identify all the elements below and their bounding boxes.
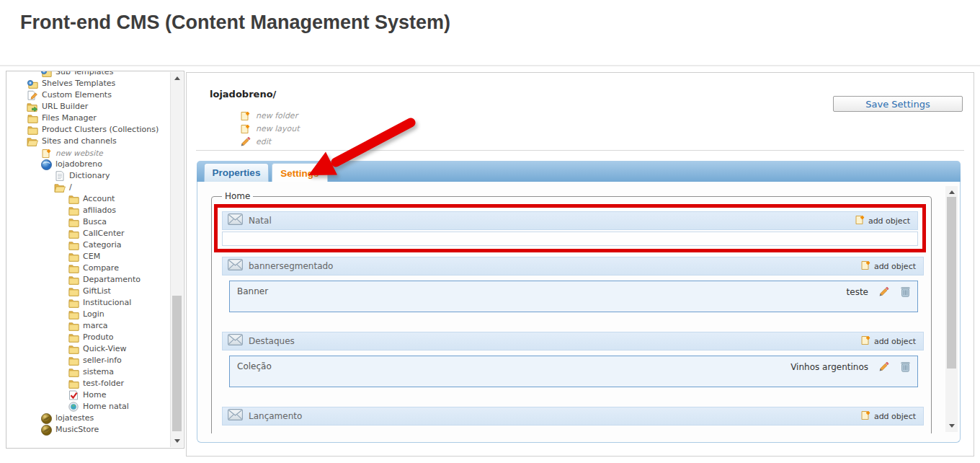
folder-icon xyxy=(68,356,79,366)
tree-item-musicstore[interactable]: MusicStore xyxy=(6,424,170,436)
action-label: new folder xyxy=(256,111,298,120)
tree-item-product-clusters-collections[interactable]: Product Clusters (Collections) xyxy=(6,124,170,136)
tree-item-label: Quick-View xyxy=(83,343,127,355)
tree-item-label: Departamento xyxy=(83,274,141,286)
sidebar-scrollbar[interactable] xyxy=(170,72,183,447)
tree-item-label: Institucional xyxy=(83,297,131,309)
add-object-button[interactable]: add object xyxy=(855,215,910,226)
tree-item-marca[interactable]: marca xyxy=(6,320,170,332)
tab-label: Settings xyxy=(280,168,318,179)
tree-item-shelves-templates[interactable]: Shelves Templates xyxy=(6,78,170,89)
tree-item-label: Product Clusters (Collections) xyxy=(42,124,159,136)
triangle-up-icon xyxy=(949,190,955,194)
action-new-folder[interactable]: new folder xyxy=(240,109,300,122)
tree-item-cem[interactable]: CEM xyxy=(6,251,170,263)
tree-item-afiliados[interactable]: afiliados xyxy=(6,205,170,216)
object-row-value: Vinhos argentinos xyxy=(790,362,868,372)
tree-item-test-folder[interactable]: test-folder xyxy=(6,378,170,389)
delete-trash-icon[interactable] xyxy=(901,361,910,375)
tree-item-url-builder[interactable]: URL Builder xyxy=(6,101,170,113)
page-icon xyxy=(54,171,66,181)
page-add-icon xyxy=(861,260,870,272)
tree-item-label: test-folder xyxy=(83,378,124,389)
tree-item-sites-and-channels[interactable]: Sites and channels xyxy=(6,136,170,147)
tree-item-produto[interactable]: Produto xyxy=(6,332,170,343)
action-new-layout[interactable]: new layout xyxy=(240,122,300,135)
tree-item-new-website[interactable]: new website xyxy=(6,147,170,159)
folder-icon xyxy=(68,309,79,319)
scroll-up-button[interactable] xyxy=(945,187,958,198)
edit-pencil-icon[interactable] xyxy=(878,361,889,375)
folder-icon xyxy=(68,332,79,343)
tree-item-quick-view[interactable]: Quick-View xyxy=(6,343,170,355)
tab-properties[interactable]: Properties xyxy=(204,163,269,182)
folder-open-icon xyxy=(27,136,38,146)
scroll-up-button[interactable] xyxy=(171,73,183,84)
tree-item-label: lojatestes xyxy=(55,413,94,424)
tree-item-label: Compare xyxy=(83,263,119,274)
folder-icon xyxy=(68,194,79,204)
tree-item-lojadobreno[interactable]: lojadobreno xyxy=(6,159,170,170)
tree-item-label: Account xyxy=(83,193,115,205)
tree-item-departamento[interactable]: Departamento xyxy=(6,274,170,286)
tree-item-lojatestes[interactable]: lojatestes xyxy=(6,413,170,424)
folder-icon xyxy=(68,379,79,389)
tree-item-home[interactable]: Home xyxy=(6,389,170,401)
tree-item-callcenter[interactable]: CallCenter xyxy=(6,228,170,239)
tree-item-label: CEM xyxy=(83,251,100,263)
tab-settings[interactable]: Settings xyxy=(272,163,328,182)
folder-go-icon xyxy=(27,102,38,112)
action-label: edit xyxy=(256,137,271,146)
tree-item-busca[interactable]: Busca xyxy=(6,216,170,228)
tree-item-label: sistema xyxy=(83,366,114,378)
envelope-icon xyxy=(228,409,243,423)
folder-icon xyxy=(68,344,79,354)
tree-item-sub-templates[interactable]: Sub Templates xyxy=(6,71,170,78)
tree-item-label: afiliados xyxy=(83,205,116,216)
scroll-viewport: Home Nataladd objectbannersegmentadoadd … xyxy=(198,182,935,433)
main-panel: lojadobreno/ Save Settings new foldernew… xyxy=(186,72,974,457)
tree-item-account[interactable]: Account xyxy=(6,193,170,205)
highlight-annotation-box: Nataladd object xyxy=(214,204,926,252)
tree-item-login[interactable]: Login xyxy=(6,309,170,320)
add-object-button[interactable]: add object xyxy=(861,260,916,272)
page-add-icon xyxy=(861,410,870,422)
save-settings-button[interactable]: Save Settings xyxy=(833,96,963,112)
tree-item-institucional[interactable]: Institucional xyxy=(6,297,170,309)
folder-icon xyxy=(68,367,79,377)
delete-trash-icon[interactable] xyxy=(901,286,910,300)
tree-item-label: Busca xyxy=(83,216,107,228)
tree-item-giftlist[interactable]: GiftList xyxy=(6,286,170,297)
section-header: Lançamentoadd object xyxy=(222,407,924,425)
tree-item-home-natal[interactable]: Home natal xyxy=(6,401,170,413)
page-add-icon xyxy=(861,335,870,347)
add-object-button[interactable]: add object xyxy=(861,335,916,347)
tree-item-dictionary[interactable]: Dictionary xyxy=(6,170,170,182)
tree-item-root[interactable]: / xyxy=(6,182,170,193)
globe-blue-icon xyxy=(40,159,52,169)
scroll-down-button[interactable] xyxy=(945,420,958,431)
scroll-down-button[interactable] xyxy=(171,436,183,446)
tree-item-label: Login xyxy=(83,309,104,320)
content-scrollbar[interactable] xyxy=(945,186,958,432)
tree-item-custom-elements[interactable]: Custom Elements xyxy=(6,89,170,101)
page-edit-icon xyxy=(27,90,38,100)
tree-item-label: GiftList xyxy=(83,286,111,297)
scroll-thumb[interactable] xyxy=(172,296,182,431)
edit-pencil-icon[interactable] xyxy=(878,286,889,300)
tree-item-label: marca xyxy=(83,320,108,332)
tree-item-seller-info[interactable]: seller-info xyxy=(6,355,170,366)
add-object-button[interactable]: add object xyxy=(861,410,916,422)
sidebar-tree-panel: Sub TemplatesShelves TemplatesCustom Ele… xyxy=(6,71,184,449)
action-label: new layout xyxy=(256,124,300,133)
tree-item-categoria[interactable]: Categoria xyxy=(6,239,170,251)
action-edit[interactable]: edit xyxy=(240,135,300,148)
sections-list: Nataladd objectbannersegmentadoadd objec… xyxy=(219,204,924,425)
scroll-thumb[interactable] xyxy=(947,197,956,369)
section-header: Nataladd object xyxy=(222,211,918,230)
tree-item-files-manager[interactable]: Files Manager xyxy=(6,113,170,124)
tree-item-sistema[interactable]: sistema xyxy=(6,366,170,378)
envelope-icon xyxy=(228,259,243,273)
tree-item-compare[interactable]: Compare xyxy=(6,263,170,274)
section-title: Natal xyxy=(249,216,855,226)
